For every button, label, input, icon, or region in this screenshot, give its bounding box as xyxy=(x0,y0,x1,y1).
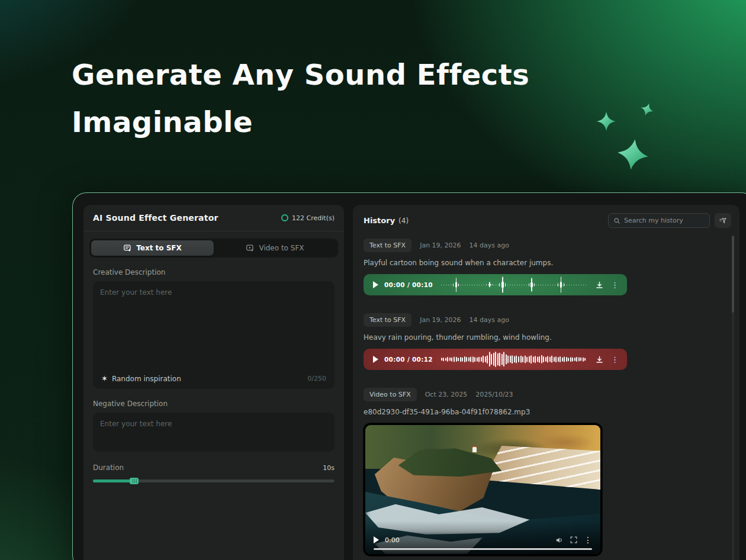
item-type-badge: Text to SFX xyxy=(364,313,411,327)
negative-description-label: Negative Description xyxy=(93,400,335,408)
item-relative-date: 2025/10/23 xyxy=(475,391,513,398)
sparkle-decoration-icon xyxy=(616,137,651,172)
fullscreen-icon[interactable] xyxy=(570,536,578,544)
tab-video-to-sfx[interactable]: Video to SFX xyxy=(214,240,336,256)
duration-slider-fill xyxy=(93,479,134,482)
video-progress-bar[interactable] xyxy=(374,548,592,550)
sparkle-icon: ✶ xyxy=(101,374,108,383)
tab-text-to-sfx[interactable]: Text to SFX xyxy=(91,240,214,256)
volume-icon[interactable] xyxy=(555,536,564,545)
mode-tabs: Text to SFX Video to SFX xyxy=(89,239,338,258)
sparkle-decoration-icon xyxy=(639,101,655,118)
video-time: 0:00 xyxy=(385,536,400,544)
item-type-badge: Text to SFX xyxy=(364,239,411,252)
video-thumbnail: 0:00 ⋮ xyxy=(365,425,600,554)
download-icon[interactable] xyxy=(595,281,604,289)
page-title-line-1: Generate Any Sound Effects xyxy=(72,51,529,98)
play-button[interactable] xyxy=(373,281,378,288)
history-title-text: History xyxy=(364,216,395,225)
text-to-sfx-icon xyxy=(123,244,132,253)
tab-text-to-sfx-label: Text to SFX xyxy=(136,244,182,252)
credits-indicator: 122 Credit(s) xyxy=(281,214,335,222)
character-counter: 0/250 xyxy=(307,375,326,382)
audio-time: 00:00 / 00:12 xyxy=(384,356,433,363)
generator-title: AI Sound Effect Generator xyxy=(93,213,218,223)
item-relative-date: 14 days ago xyxy=(470,242,509,249)
more-options-icon[interactable]: ⋮ xyxy=(610,281,620,289)
item-relative-date: 14 days ago xyxy=(470,316,509,324)
page-title-line-2: Imaginable xyxy=(72,98,529,146)
item-filename: e80d2930-df35-491a-96ba-04f91f078862.mp3 xyxy=(364,408,731,416)
item-type-badge: Video to SFX xyxy=(364,388,417,401)
more-options-icon[interactable]: ⋮ xyxy=(610,356,620,363)
video-player[interactable]: 0:00 ⋮ xyxy=(364,423,602,556)
credits-label: 122 Credit(s) xyxy=(292,214,335,222)
audio-player: 00:00 / 00:12 ⋮ xyxy=(364,349,627,370)
search-icon xyxy=(613,217,620,224)
history-search-input[interactable] xyxy=(624,217,705,224)
item-date: Jan 19, 2026 xyxy=(420,316,461,324)
play-button[interactable] xyxy=(373,356,378,363)
creative-description-label: Creative Description xyxy=(93,268,335,276)
negative-description-input[interactable] xyxy=(93,413,335,452)
creative-description-footer: ✶ Random inspiration 0/250 xyxy=(93,368,335,389)
audio-time: 00:00 / 00:10 xyxy=(384,281,433,288)
history-item: Text to SFX Jan 19, 2026 14 days ago Hea… xyxy=(364,313,731,370)
video-to-sfx-icon xyxy=(246,244,255,253)
history-scrollbar[interactable] xyxy=(732,236,734,560)
download-icon[interactable] xyxy=(595,355,604,364)
item-description: Heavy rain pouring, thunder rumbling, wi… xyxy=(364,333,731,342)
duration-value: 10s xyxy=(323,464,335,472)
random-inspiration-label: Random inspiration xyxy=(112,375,181,383)
video-more-options-icon[interactable]: ⋮ xyxy=(584,535,592,545)
history-item: Text to SFX Jan 19, 2026 14 days ago Pla… xyxy=(364,239,731,295)
audio-waveform[interactable] xyxy=(441,276,587,293)
duration-slider[interactable] xyxy=(93,478,335,484)
sparkle-decoration-icon xyxy=(597,112,616,131)
tab-video-to-sfx-label: Video to SFX xyxy=(259,244,304,252)
creative-description-box: ✶ Random inspiration 0/250 xyxy=(93,281,335,389)
credit-ring-icon xyxy=(281,214,288,221)
main-panel: AI Sound Effect Generator 122 Credit(s) … xyxy=(72,192,746,560)
negative-description-box xyxy=(93,413,335,452)
generator-header: AI Sound Effect Generator 122 Credit(s) xyxy=(83,205,344,231)
history-count: (4) xyxy=(398,217,409,225)
video-play-button[interactable] xyxy=(374,536,379,543)
history-title: History(4) xyxy=(364,216,409,225)
page-title: Generate Any Sound Effects Imaginable xyxy=(72,51,529,146)
item-description: Playful cartoon boing sound when a chara… xyxy=(364,259,731,267)
history-card: History(4) xyxy=(353,205,739,560)
duration-slider-handle[interactable] xyxy=(130,478,139,484)
audio-waveform[interactable] xyxy=(441,351,587,368)
duration-label: Duration xyxy=(93,464,124,472)
history-scrollbar-thumb[interactable] xyxy=(732,236,734,313)
duration-row: Duration 10s xyxy=(93,464,335,472)
filter-icon xyxy=(719,217,727,225)
random-inspiration-button[interactable]: ✶ Random inspiration xyxy=(101,374,181,383)
history-item: Video to SFX Oct 23, 2025 2025/10/23 e80… xyxy=(364,388,731,556)
item-date: Oct 23, 2025 xyxy=(425,391,468,398)
filter-button[interactable] xyxy=(715,213,731,228)
generator-card: AI Sound Effect Generator 122 Credit(s) … xyxy=(83,205,344,560)
audio-player: 00:00 / 00:10 ⋮ xyxy=(364,274,627,295)
history-search[interactable] xyxy=(608,213,710,228)
item-date: Jan 19, 2026 xyxy=(420,242,461,249)
history-header: History(4) xyxy=(364,213,731,228)
